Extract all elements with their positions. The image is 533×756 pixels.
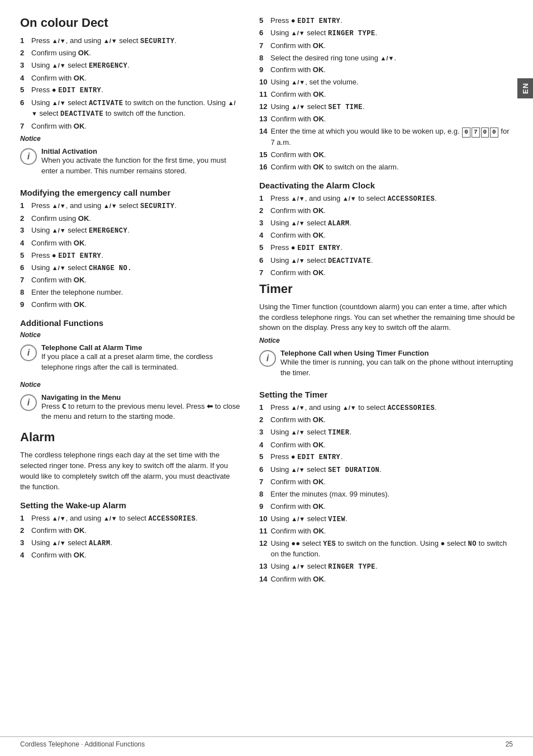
list-item: 2Confirm with OK. [259, 415, 515, 426]
list-item: 12Using ●● select Yes to switch on the f… [259, 538, 515, 560]
list-item: 5Press ● EDIT ENTRY. [20, 251, 241, 261]
list-item: 7Confirm with OK. [259, 41, 515, 51]
info-icon2: i [20, 344, 37, 361]
list-item: 3Using ▲/▼ select EMERGENCY. [20, 225, 241, 236]
alarm-intro: The cordless telephone rings each day at… [20, 450, 241, 492]
list-item: 1Press ▲/▼, and using ▲/▼ to select ACCE… [259, 193, 515, 204]
section-deactivate-alarm: Deactivating the Alarm Clock [259, 181, 515, 190]
list-item: 9Confirm with OK. [20, 300, 241, 310]
list-item: 8Enter the minutes (max. 99 minutes). [259, 489, 515, 500]
notice-body2: Telephone Call at Alarm Time If you plac… [41, 343, 241, 376]
right-column: 5Press ● EDIT ENTRY. 6Using ▲/▼ select R… [255, 16, 515, 588]
info-icon: i [20, 148, 37, 165]
notice-initial-activation: Notice i Initial Activation When you act… [20, 135, 241, 180]
section-wake-up-alarm: Setting the Wake-up Alarm [20, 500, 241, 510]
notice-body: Initial Activation When you activate the… [41, 147, 241, 180]
list-item: 2Confirm using OK. [20, 48, 241, 59]
list-item: 1Press ▲/▼, and using ▲/▼ to select ACCE… [259, 403, 515, 413]
notice-body4: Telephone Call when Using Timer Function… [280, 349, 515, 382]
en-tab: EN [517, 78, 533, 98]
list-item: 2Confirm with OK. [20, 526, 241, 536]
section-modify-emergency: Modifying the emergency call number [20, 188, 241, 197]
list-item: 5Press ● EDIT ENTRY. [20, 85, 241, 96]
notice-text3: Press C to return to the previous menu l… [41, 401, 241, 423]
notice-label4: Notice [259, 337, 515, 344]
notice-body3: Navigating in the Menu Press C to return… [41, 393, 241, 426]
notice-label2: Notice [20, 331, 241, 339]
notice-navigating: Notice i Navigating in the Menu Press C … [20, 381, 241, 426]
notice-text: When you activate the function for the f… [41, 155, 241, 177]
list-item: 13Confirm with OK. [259, 114, 515, 125]
timer-steps: 1Press ▲/▼, and using ▲/▼ to select ACCE… [259, 403, 515, 584]
deactivate-steps: 1Press ▲/▼, and using ▲/▼ to select ACCE… [259, 193, 515, 278]
notice-title4: Telephone Call when Using Timer Function [280, 349, 515, 357]
list-item: 14Confirm with OK. [259, 574, 515, 585]
section-additional-functions: Additional Functions [20, 318, 241, 328]
list-item: 7Confirm with OK. [20, 121, 241, 132]
list-item: 3Using ▲/▼ select EMERGENCY. [20, 60, 241, 71]
main-title: On colour Dect [20, 16, 241, 30]
list-item: 13Using ▲/▼ select RINGER TYPE. [259, 561, 515, 572]
list-item: 5Press ● EDIT ENTRY. [259, 243, 515, 253]
list-item: 2Confirm using OK. [20, 214, 241, 224]
list-item: 5Press ● EDIT ENTRY. [259, 452, 515, 462]
list-item: 10Using ▲/▼ select VIEW. [259, 514, 515, 525]
modify-steps: 1Press ▲/▼, and using ▲/▼ select SECURIT… [20, 201, 241, 310]
list-item: 6Using ▲/▼ select DEACTIVATE. [259, 256, 515, 266]
notice-title2: Telephone Call at Alarm Time [41, 343, 241, 352]
alarm-title: Alarm [20, 430, 241, 445]
list-item: 4Confirm with OK. [20, 550, 241, 561]
list-item: 2Confirm with OK. [259, 206, 515, 216]
footer: Cordless Telephone · Additional Function… [0, 736, 533, 748]
list-item: 10Using ▲/▼, set the volume. [259, 77, 515, 88]
list-item: 14Enter the time at which you would like… [259, 126, 515, 148]
timer-intro: Using the Timer function (countdown alar… [259, 302, 515, 334]
list-item: 11Confirm with OK. [259, 89, 515, 100]
list-item: 12Using ▲/▼ select SET TIME. [259, 102, 515, 112]
list-item: 6Using ▲/▼ select CHANGE NO. [20, 263, 241, 273]
list-item: 1Press ▲/▼, and using ▲/▼ to select ACCE… [20, 513, 241, 524]
list-item: 8Select the desired ring tone using ▲/▼. [259, 53, 515, 64]
list-item: 4Confirm with OK. [20, 73, 241, 84]
list-item: 8Enter the telephone number. [20, 287, 241, 298]
notice-title: Initial Activation [41, 147, 241, 155]
list-item: 9Confirm with OK. [259, 502, 515, 512]
section-setting-timer: Setting the Timer [259, 390, 515, 399]
list-item: 4Confirm with OK. [259, 440, 515, 451]
list-item: 5Press ● EDIT ENTRY. [259, 16, 515, 26]
list-item: 4Confirm with OK. [20, 238, 241, 249]
footer-left: Cordless Telephone · Additional Function… [20, 740, 145, 748]
notice-label3: Notice [20, 381, 241, 389]
wake-up-steps-cont: 5Press ● EDIT ENTRY. 6Using ▲/▼ select R… [259, 16, 515, 173]
list-item: 15Confirm with OK. [259, 150, 515, 160]
notice-text2: If you place a call at a preset alarm ti… [41, 352, 241, 373]
notice-timer: Notice i Telephone Call when Using Timer… [259, 337, 515, 382]
list-item: 3Using ▲/▼ select ALARM. [20, 538, 241, 549]
list-item: 1Press ▲/▼, and using ▲/▼ select SECURIT… [20, 201, 241, 211]
section1-steps: 1Press ▲/▼, and using ▲/▼ select SECURIT… [20, 36, 241, 131]
list-item: 1Press ▲/▼, and using ▲/▼ select SECURIT… [20, 36, 241, 46]
list-item: 6Using ▲/▼ select ACTIVATE to switch on … [20, 98, 241, 120]
list-item: 11Confirm with OK. [259, 526, 515, 537]
wake-up-steps: 1Press ▲/▼, and using ▲/▼ to select ACCE… [20, 513, 241, 561]
list-item: 7Confirm with OK. [20, 275, 241, 286]
list-item: 4Confirm with OK. [259, 230, 515, 241]
list-item: 6Using ▲/▼ select SET DURATION. [259, 465, 515, 475]
list-item: 3Using ▲/▼ select TIMER. [259, 427, 515, 438]
page-content: On colour Dect 1Press ▲/▼, and using ▲/▼… [0, 0, 533, 599]
footer-right: 25 [506, 740, 513, 748]
info-icon4: i [259, 350, 276, 367]
list-item: 3Using ▲/▼ select ALARM. [259, 218, 515, 229]
notice-alarm-call: Notice i Telephone Call at Alarm Time If… [20, 331, 241, 376]
list-item: 7Confirm with OK. [259, 477, 515, 488]
list-item: 16Confirm with OK to switch on the alarm… [259, 162, 515, 173]
notice-title3: Navigating in the Menu [41, 393, 241, 401]
left-column: On colour Dect 1Press ▲/▼, and using ▲/▼… [20, 16, 255, 588]
list-item: 7Confirm with OK. [259, 268, 515, 278]
info-icon3: i [20, 394, 37, 411]
notice-label: Notice [20, 135, 241, 143]
list-item: 9Confirm with OK. [259, 65, 515, 75]
list-item: 6Using ▲/▼ select RINGER TYPE. [259, 28, 515, 39]
timer-title: Timer [259, 282, 515, 296]
notice-text4: While the timer is running, you can talk… [280, 357, 515, 379]
